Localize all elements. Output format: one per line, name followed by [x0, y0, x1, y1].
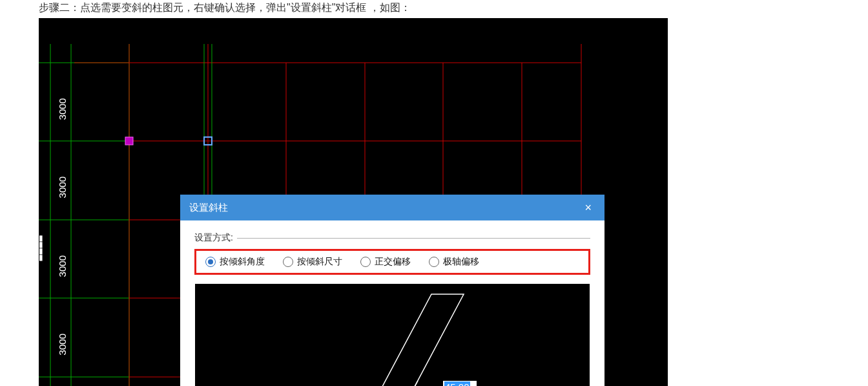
group-header-row: 设置方式: [194, 232, 590, 244]
angle-value-input[interactable]: 45.00 [443, 381, 477, 386]
radio-by-dimension[interactable]: 按倾斜尺寸 [283, 256, 342, 268]
cad-viewport[interactable]: 3000 3000 3000 3000 ▮ ▮ ▮ ▮ 设置斜柱 × 设置方式:… [39, 18, 668, 386]
radio-label: 按倾斜尺寸 [297, 256, 342, 268]
edge-decoration: ▮ ▮ ▮ ▮ [39, 235, 43, 261]
radio-label: 极轴偏移 [443, 256, 479, 268]
radio-orthogonal-offset[interactable]: 正交偏移 [360, 256, 411, 268]
preview-svg [195, 284, 590, 386]
grid-dim-4: 3000 [57, 334, 68, 355]
dialog-body: 设置方式: 按倾斜角度 按倾斜尺寸 正交偏移 [180, 220, 604, 386]
grid-dim-3: 3000 [57, 255, 68, 277]
radio-icon [283, 257, 293, 267]
grid-dim-2: 3000 [57, 177, 68, 198]
radio-icon [429, 257, 439, 267]
step-description: 步骤二：点选需要变斜的柱图元，右键确认选择，弹出"设置斜柱"对话框 ，如图： [39, 1, 411, 15]
grid-dim-1: 3000 [57, 98, 68, 120]
radio-by-angle[interactable]: 按倾斜角度 [205, 256, 265, 268]
group-divider [237, 238, 590, 239]
svg-rect-22 [125, 137, 133, 145]
close-icon[interactable]: × [581, 200, 595, 216]
preview-pane: a 45.00 [195, 284, 590, 386]
radio-label: 正交偏移 [375, 256, 411, 268]
radio-icon [205, 257, 216, 267]
dialog-set-slant-column: 设置斜柱 × 设置方式: 按倾斜角度 按倾斜尺寸 [180, 195, 604, 386]
radio-row-highlight: 按倾斜角度 按倾斜尺寸 正交偏移 极轴偏移 [194, 249, 590, 275]
svg-line-26 [410, 381, 418, 386]
radio-label: 按倾斜角度 [220, 256, 265, 268]
svg-marker-25 [378, 294, 464, 386]
dialog-titlebar[interactable]: 设置斜柱 × [180, 195, 604, 220]
dialog-title-text: 设置斜柱 [189, 202, 228, 214]
radio-icon [360, 257, 371, 267]
angle-symbol: a [433, 382, 438, 386]
radio-polar-offset[interactable]: 极轴偏移 [429, 256, 479, 268]
group-label: 设置方式: [194, 232, 233, 244]
